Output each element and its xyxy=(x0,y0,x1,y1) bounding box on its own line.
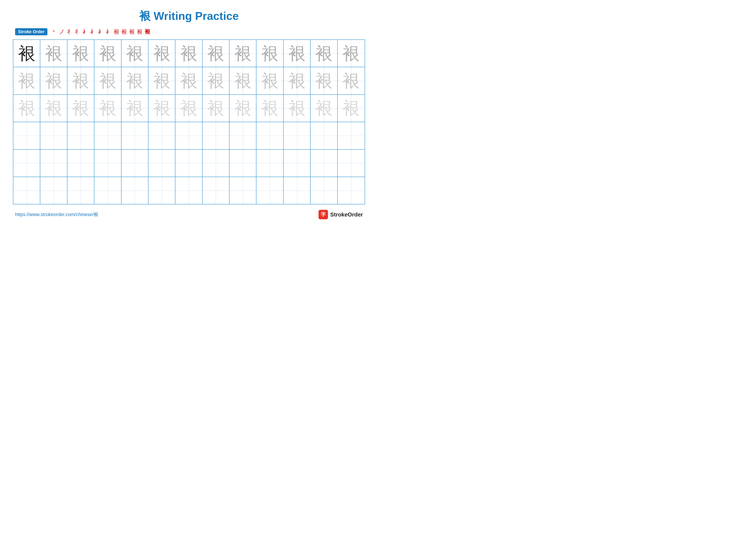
stroke-6: 衤 xyxy=(90,28,96,36)
cell-4-12[interactable] xyxy=(310,122,338,149)
cell-3-6[interactable]: 裉 xyxy=(148,95,176,122)
cell-5-8[interactable] xyxy=(202,150,230,177)
cell-2-7[interactable]: 裉 xyxy=(176,67,202,94)
cell-3-13[interactable]: 裉 xyxy=(338,95,364,122)
stroke-9: 裉 xyxy=(114,28,119,36)
cell-1-2[interactable]: 裉 xyxy=(40,40,67,67)
stroke-4: 彳 xyxy=(75,28,80,36)
cell-2-4[interactable]: 裉 xyxy=(94,67,121,94)
cell-1-10[interactable]: 裉 xyxy=(256,40,284,67)
cell-5-6[interactable] xyxy=(148,150,176,177)
stroke-5: 衤 xyxy=(83,28,88,36)
cell-3-3[interactable]: 裉 xyxy=(68,95,94,122)
cell-6-7[interactable] xyxy=(176,177,202,204)
cell-2-10[interactable]: 裉 xyxy=(256,67,284,94)
stroke-chars-container: 丶 ノ 彳 彳 衤 衤 衤 衤 裉 裉 裉 裉 裉 xyxy=(51,28,150,36)
cell-3-2[interactable]: 裉 xyxy=(40,95,67,122)
cell-5-5[interactable] xyxy=(122,150,148,177)
cell-3-9[interactable]: 裉 xyxy=(230,95,256,122)
cell-3-7[interactable]: 裉 xyxy=(176,95,202,122)
cell-6-6[interactable] xyxy=(148,177,176,204)
footer-url[interactable]: https://www.strokeorder.com/chinese/裉 xyxy=(15,211,98,218)
cell-1-6[interactable]: 裉 xyxy=(148,40,176,67)
page: 裉 Writing Practice Stroke Order 丶 ノ 彳 彳 … xyxy=(0,0,378,267)
cell-1-13[interactable]: 裉 xyxy=(338,40,364,67)
cell-4-4[interactable] xyxy=(94,122,121,149)
stroke-1: 丶 xyxy=(51,28,57,36)
cell-6-4[interactable] xyxy=(94,177,121,204)
cell-6-13[interactable] xyxy=(338,177,364,204)
cell-3-1[interactable]: 裉 xyxy=(14,95,40,122)
grid-row-1: 裉 裉 裉 裉 裉 裉 裉 裉 裉 裉 裉 裉 裉 xyxy=(14,40,364,67)
cell-2-12[interactable]: 裉 xyxy=(310,67,338,94)
cell-5-1[interactable] xyxy=(14,150,40,177)
cell-4-10[interactable] xyxy=(256,122,284,149)
cell-6-3[interactable] xyxy=(68,177,94,204)
title-section: 裉 Writing Practice xyxy=(13,9,365,24)
cell-5-11[interactable] xyxy=(284,150,310,177)
page-title: 裉 Writing Practice xyxy=(139,10,239,22)
footer-logo: 字 StrokeOrder xyxy=(318,210,363,219)
cell-2-2[interactable]: 裉 xyxy=(40,67,67,94)
grid-row-4 xyxy=(14,122,364,149)
cell-6-5[interactable] xyxy=(122,177,148,204)
cell-6-2[interactable] xyxy=(40,177,67,204)
stroke-order-row: Stroke Order 丶 ノ 彳 彳 衤 衤 衤 衤 裉 裉 裉 裉 裉 xyxy=(13,28,365,36)
cell-3-11[interactable]: 裉 xyxy=(284,95,310,122)
cell-4-1[interactable] xyxy=(14,122,40,149)
cell-1-5[interactable]: 裉 xyxy=(122,40,148,67)
stroke-11: 裉 xyxy=(129,28,135,36)
cell-2-8[interactable]: 裉 xyxy=(202,67,230,94)
cell-3-5[interactable]: 裉 xyxy=(122,95,148,122)
cell-1-8[interactable]: 裉 xyxy=(202,40,230,67)
cell-4-11[interactable] xyxy=(284,122,310,149)
cell-5-10[interactable] xyxy=(256,150,284,177)
cell-2-11[interactable]: 裉 xyxy=(284,67,310,94)
cell-6-10[interactable] xyxy=(256,177,284,204)
cell-2-1[interactable]: 裉 xyxy=(14,67,40,94)
cell-6-8[interactable] xyxy=(202,177,230,204)
cell-4-6[interactable] xyxy=(148,122,176,149)
cell-5-7[interactable] xyxy=(176,150,202,177)
cell-1-12[interactable]: 裉 xyxy=(310,40,338,67)
writing-grid: 裉 裉 裉 裉 裉 裉 裉 裉 裉 裉 裉 裉 裉 裉 裉 裉 裉 裉 裉 裉 … xyxy=(13,39,365,204)
cell-6-12[interactable] xyxy=(310,177,338,204)
cell-1-7[interactable]: 裉 xyxy=(176,40,202,67)
cell-4-9[interactable] xyxy=(230,122,256,149)
cell-3-4[interactable]: 裉 xyxy=(94,95,121,122)
stroke-8: 衤 xyxy=(106,28,111,36)
cell-3-8[interactable]: 裉 xyxy=(202,95,230,122)
cell-1-11[interactable]: 裉 xyxy=(284,40,310,67)
stroke-13: 裉 xyxy=(145,28,150,36)
cell-2-5[interactable]: 裉 xyxy=(122,67,148,94)
cell-1-4[interactable]: 裉 xyxy=(94,40,121,67)
stroke-3: 彳 xyxy=(67,28,73,36)
cell-1-1[interactable]: 裉 xyxy=(14,40,40,67)
cell-6-9[interactable] xyxy=(230,177,256,204)
cell-1-3[interactable]: 裉 xyxy=(68,40,94,67)
cell-5-12[interactable] xyxy=(310,150,338,177)
cell-4-8[interactable] xyxy=(202,122,230,149)
cell-4-3[interactable] xyxy=(68,122,94,149)
cell-4-13[interactable] xyxy=(338,122,364,149)
cell-5-4[interactable] xyxy=(94,150,121,177)
logo-icon: 字 xyxy=(318,210,328,219)
cell-5-2[interactable] xyxy=(40,150,67,177)
cell-4-5[interactable] xyxy=(122,122,148,149)
cell-5-9[interactable] xyxy=(230,150,256,177)
cell-5-13[interactable] xyxy=(338,150,364,177)
cell-6-1[interactable] xyxy=(14,177,40,204)
grid-row-5 xyxy=(14,150,364,177)
cell-2-9[interactable]: 裉 xyxy=(230,67,256,94)
cell-6-11[interactable] xyxy=(284,177,310,204)
cell-1-9[interactable]: 裉 xyxy=(230,40,256,67)
cell-2-3[interactable]: 裉 xyxy=(68,67,94,94)
cell-2-6[interactable]: 裉 xyxy=(148,67,176,94)
cell-4-7[interactable] xyxy=(176,122,202,149)
cell-3-10[interactable]: 裉 xyxy=(256,95,284,122)
cell-4-2[interactable] xyxy=(40,122,67,149)
stroke-order-badge[interactable]: Stroke Order xyxy=(15,28,47,35)
cell-3-12[interactable]: 裉 xyxy=(310,95,338,122)
cell-2-13[interactable]: 裉 xyxy=(338,67,364,94)
cell-5-3[interactable] xyxy=(68,150,94,177)
